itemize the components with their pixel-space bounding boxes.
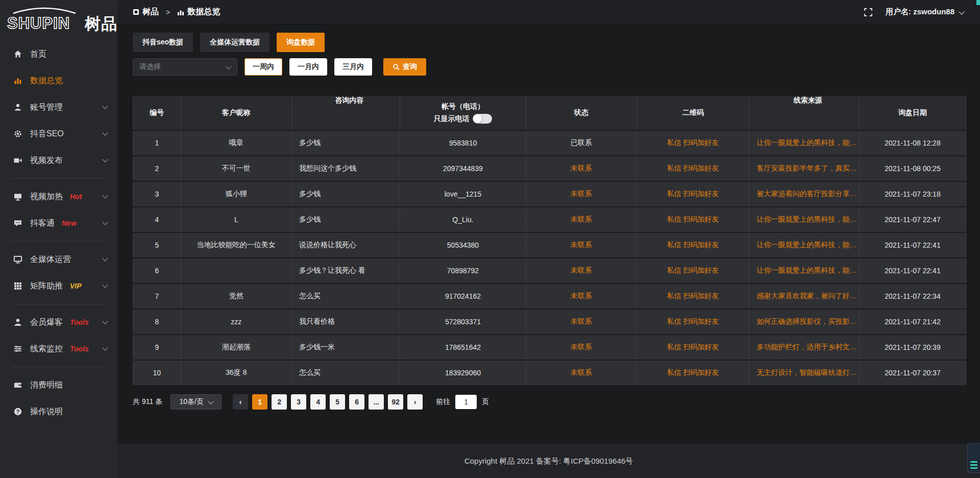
cell-nickname: 狐小狸 [181, 182, 292, 206]
qr-friend-links[interactable]: 私信 扫码加好友 [667, 241, 719, 250]
cell-serial: 5 [133, 233, 181, 257]
topbar-right: 用户名: zswodun88 [864, 7, 964, 17]
range-quarter-button[interactable]: 三月内 [334, 58, 372, 76]
cell-content: 多少钱 [292, 182, 400, 206]
sidebar-item-member-baoke[interactable]: 会员爆客 Tools [0, 309, 117, 336]
page-size-select[interactable]: 10条/页 [170, 394, 222, 410]
range-month-button[interactable]: 一月内 [289, 58, 327, 76]
sidebar-item-home[interactable]: 首页 [0, 41, 117, 67]
page-button[interactable]: 1 [252, 394, 267, 410]
video-icon [13, 156, 22, 165]
next-page-button[interactable]: › [407, 394, 423, 410]
status-text: 未联系 [571, 241, 592, 250]
chevron-down-icon [226, 63, 231, 69]
qr-friend-links[interactable]: 私信 扫码加好友 [667, 215, 719, 224]
sidebar-item-doukotong[interactable]: 抖客通 New [0, 210, 117, 236]
bar-chart-icon [13, 76, 22, 85]
lead-source-link[interactable]: 如何正确选择投影仪，买投影… [756, 317, 856, 326]
topbar: 树品 > 数据总览 用户名: zswodun88 [117, 0, 980, 25]
tools-badge: Tools [70, 345, 89, 353]
user-menu[interactable]: 用户名: zswodun88 [886, 7, 964, 17]
page-button[interactable]: 5 [330, 394, 345, 410]
user-icon [13, 103, 22, 112]
sidebar-menu: 首页 数据总览 账号管理 抖音SEO [0, 36, 117, 425]
page-button[interactable]: 2 [272, 394, 287, 410]
chevron-down-icon [102, 193, 108, 198]
page-button[interactable]: 3 [291, 394, 306, 410]
qr-friend-links[interactable]: 私信 扫码加好友 [667, 266, 719, 275]
tab-media-operation-data[interactable]: 全媒体运营数据 [200, 33, 270, 52]
goto-page-input[interactable] [455, 395, 477, 409]
phone-only-label: 只显示电话 [433, 114, 469, 124]
breadcrumb-current[interactable]: 数据总览 [187, 7, 220, 17]
lead-source-link[interactable]: 客厅安装投影半年多了，真实… [756, 164, 856, 173]
cell-date: 2021-11-07 23:18 [860, 182, 966, 206]
sidebar-item-account-management[interactable]: 账号管理 [0, 94, 117, 121]
lead-source-link[interactable]: 无主灯设计，智能磁吸轨道灯… [756, 368, 856, 377]
floating-widget[interactable] [967, 443, 980, 473]
cell-nickname: 36度 8 [181, 361, 292, 385]
sidebar-item-operation-guide[interactable]: ? 操作说明 [0, 398, 117, 425]
hot-badge: Hot [70, 193, 82, 201]
lead-source-link[interactable]: 让你一眼就爱上的黑科技，能… [756, 215, 856, 224]
sidebar-item-consumption-detail[interactable]: 消费明细 [0, 372, 117, 398]
sidebar-item-matrix-boost[interactable]: 矩阵助推 VIP [0, 273, 117, 299]
cell-nickname: 当地比较能吃的一位美女 [181, 233, 292, 257]
svg-text:SHUPIN: SHUPIN [7, 14, 70, 32]
cell-account: 572803371 [400, 309, 526, 334]
sidebar-item-data-overview[interactable]: 数据总览 [0, 67, 117, 94]
col-account-phone: 帐号（电话） 只显示电话 [400, 96, 526, 130]
qr-friend-links[interactable]: 私信 扫码加好友 [667, 368, 719, 377]
col-inquiry-date: 询盘日期 [860, 96, 966, 130]
qr-friend-links[interactable]: 私信 扫码加好友 [667, 317, 719, 326]
screen-icon [13, 255, 22, 264]
sidebar-item-video-heating[interactable]: 视频加热 Hot [0, 183, 117, 210]
account-select[interactable]: 请选择 [133, 58, 237, 76]
breadcrumb-root[interactable]: 树品 [142, 7, 159, 17]
prev-page-button[interactable]: ‹ [233, 394, 248, 410]
lead-source-link[interactable]: 感谢大家喜欢我家，被问了好… [756, 292, 856, 301]
col-nickname: 客户昵称 [181, 96, 292, 130]
qr-friend-links[interactable]: 私信 扫码加好友 [667, 138, 719, 148]
page-button[interactable]: 92 [388, 394, 403, 410]
sidebar-item-media-operation[interactable]: 全媒体运营 [0, 246, 117, 273]
fullscreen-icon[interactable] [864, 8, 872, 16]
cell-serial: 8 [133, 309, 181, 334]
qr-friend-links[interactable]: 私信 扫码加好友 [667, 292, 719, 301]
tab-inquiry-data[interactable]: 询盘数据 [277, 33, 325, 52]
search-button[interactable]: 查询 [383, 58, 426, 76]
sidebar-item-douyin-seo[interactable]: 抖音SEO [0, 121, 117, 147]
cell-account: 50534380 [400, 233, 526, 257]
cell-nickname: 哦章 [181, 131, 292, 155]
logo-cn-text: 树品 [85, 16, 117, 33]
qr-friend-links[interactable]: 私信 扫码加好友 [667, 343, 719, 352]
range-week-button[interactable]: 一周内 [244, 58, 282, 76]
page-button[interactable]: 6 [349, 394, 364, 410]
sidebar-item-lead-monitor[interactable]: 线索监控 Tools [0, 336, 117, 362]
lead-source-link[interactable]: 被大家追着问的客厅投影分享… [756, 189, 856, 199]
tab-douyin-seo-data[interactable]: 抖音seo数据 [133, 33, 193, 52]
qr-friend-links[interactable]: 私信 扫码加好友 [667, 164, 719, 173]
svg-text:?: ? [16, 409, 19, 415]
table-header: 编号 客户昵称 咨询内容 帐号（电话） 只显示电话 状态 二维码 线索来源 询盘… [133, 96, 966, 130]
cell-serial: 6 [133, 258, 181, 283]
status-text: 未联系 [571, 164, 592, 173]
breadcrumb: 树品 > 数据总览 [133, 7, 220, 17]
phone-only-toggle[interactable] [473, 114, 492, 124]
scroll-indicator [976, 0, 980, 5]
cell-serial: 1 [133, 131, 181, 155]
page-button[interactable]: 4 [310, 394, 326, 410]
sidebar-item-video-publish[interactable]: 视频发布 [0, 147, 117, 174]
chevron-down-icon [102, 255, 108, 261]
lead-source-link[interactable]: 让你一眼就爱上的黑科技，能… [756, 241, 856, 250]
cell-account: 183929060 [400, 361, 526, 385]
qr-friend-links[interactable]: 私信 扫码加好友 [667, 189, 719, 199]
lead-source-link[interactable]: 多功能护栏灯，适用于乡村文… [756, 343, 856, 352]
chevron-down-icon [102, 345, 108, 350]
lead-source-link[interactable]: 让你一眼就爱上的黑科技，能… [756, 266, 856, 275]
lead-source-link[interactable]: 让你一眼就爱上的黑科技，能… [756, 138, 856, 148]
page-button[interactable]: ... [369, 394, 384, 410]
cell-date: 2021-11-07 20:39 [860, 335, 966, 360]
monitor-icon [13, 192, 22, 201]
logo: SHUPIN 树品 [0, 4, 117, 36]
